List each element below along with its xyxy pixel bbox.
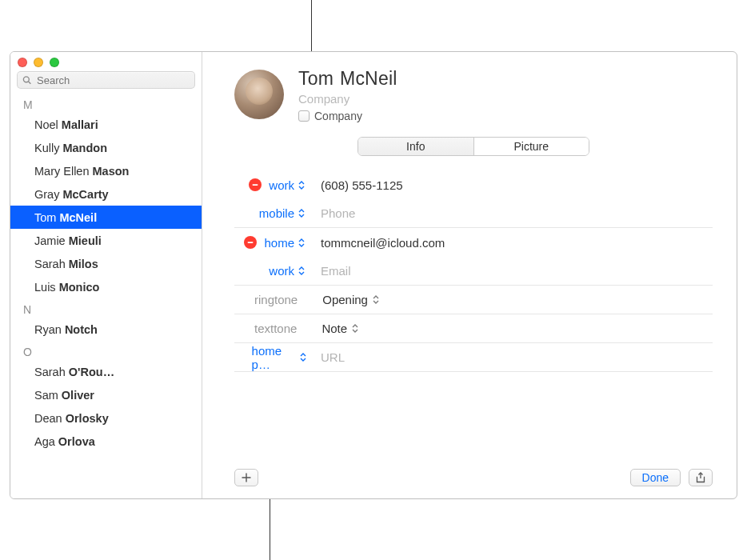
window-controls <box>18 58 59 67</box>
contact-row[interactable]: Sam Oliver <box>10 383 202 406</box>
phone-work-row[interactable]: work (608) 555-1125 <box>234 170 713 199</box>
avatar[interactable] <box>234 70 284 119</box>
contact-last: Mason <box>93 165 130 178</box>
email-work-row[interactable]: work Email <box>234 257 713 286</box>
last-name[interactable]: McNeil <box>340 68 397 89</box>
phone-work-value[interactable]: (608) 555-1125 <box>310 178 713 192</box>
first-name[interactable]: Tom <box>298 68 334 89</box>
texttone-picker[interactable] <box>352 323 360 334</box>
email-home-label[interactable]: home <box>264 236 294 250</box>
contact-last: Oliver <box>62 389 94 402</box>
index-letter: M <box>10 94 202 113</box>
email-home-value[interactable]: tommcneil@icloud.com <box>310 236 713 250</box>
contact-name[interactable]: TomMcNeil <box>298 68 397 90</box>
share-icon <box>695 472 706 483</box>
email-work-label[interactable]: work <box>269 264 294 278</box>
contact-last: O'Rou… <box>69 366 114 378</box>
contact-last: Mandon <box>62 142 107 154</box>
window-close-button[interactable] <box>18 58 27 67</box>
phone-mobile-row[interactable]: mobile Phone <box>234 199 713 228</box>
contact-first: Kully <box>34 142 62 154</box>
contact-first: Gray <box>34 188 62 201</box>
homepage-label[interactable]: home p… <box>252 344 296 371</box>
tab-info[interactable]: Info <box>358 138 474 155</box>
contact-first: Noel <box>34 118 62 131</box>
contact-first: Sarah <box>34 258 69 270</box>
label-picker-homepage[interactable] <box>300 352 306 363</box>
phone-work-label[interactable]: work <box>269 178 294 192</box>
index-letter: O <box>10 341 202 360</box>
ringtone-label: ringtone <box>254 293 298 306</box>
window-minimize-button[interactable] <box>34 58 43 67</box>
svg-line-1 <box>29 82 31 84</box>
chevron-up-icon <box>298 181 305 185</box>
phone-mobile-label[interactable]: mobile <box>259 206 294 220</box>
ringtone-row[interactable]: ringtone Opening <box>234 286 713 314</box>
email-home-row[interactable]: home tommcneil@icloud.com <box>234 228 713 257</box>
texttone-label: texttone <box>254 322 297 335</box>
callout-line-top <box>311 0 312 53</box>
add-field-button[interactable] <box>234 469 258 486</box>
contact-first: Luis <box>34 281 59 294</box>
email-work-value[interactable]: Email <box>310 264 713 278</box>
share-button[interactable] <box>689 469 713 486</box>
company-checkbox-label: Company <box>314 110 362 122</box>
search-input[interactable] <box>35 74 190 87</box>
tab-picture[interactable]: Picture <box>474 138 589 155</box>
texttone-row[interactable]: texttone Note <box>234 314 713 343</box>
contact-row[interactable]: Luis Monico <box>10 275 202 298</box>
contact-row[interactable]: Noel Mallari <box>10 113 202 136</box>
search-field[interactable] <box>17 71 195 89</box>
contact-row[interactable]: Gray McCarty <box>10 182 202 206</box>
contact-row[interactable]: Aga Orlova <box>10 430 202 453</box>
contact-row[interactable]: Jamie Mieuli <box>10 229 202 252</box>
remove-email-home-button[interactable] <box>244 236 257 249</box>
contact-first: Sarah <box>34 366 69 378</box>
contact-last: Mieuli <box>69 234 102 247</box>
window-zoom-button[interactable] <box>50 58 59 67</box>
done-button[interactable]: Done <box>630 469 681 486</box>
texttone-value[interactable]: Note <box>310 322 713 335</box>
contact-row[interactable]: Ryan Notch <box>10 318 202 341</box>
contact-last: Milos <box>69 258 98 270</box>
label-picker-email-home[interactable] <box>298 237 306 248</box>
homepage-row[interactable]: home p… URL <box>234 343 713 372</box>
contact-first: Ryan <box>34 323 65 336</box>
contact-row[interactable]: Sarah Milos <box>10 252 202 275</box>
contact-first: Sam <box>34 389 62 402</box>
contact-last: Monico <box>59 281 100 294</box>
remove-phone-work-button[interactable] <box>249 178 262 191</box>
search-icon <box>22 75 31 85</box>
contact-first: Aga <box>34 435 58 448</box>
contact-last: Mallari <box>62 118 98 131</box>
contact-first: Tom <box>34 211 59 224</box>
bottom-toolbar: Done <box>234 457 713 498</box>
svg-rect-3 <box>248 242 254 243</box>
checkbox-icon[interactable] <box>298 110 310 122</box>
ringtone-picker[interactable] <box>373 294 381 306</box>
company-checkbox[interactable]: Company <box>298 110 397 122</box>
contact-row[interactable]: Tom McNeil <box>10 206 202 229</box>
label-picker-phone-work[interactable] <box>298 179 306 190</box>
contact-last: McCarty <box>62 188 108 201</box>
label-picker-phone-mobile[interactable] <box>298 208 306 219</box>
contact-last: Orlova <box>58 435 95 448</box>
chevron-down-icon <box>298 186 305 190</box>
homepage-value[interactable]: URL <box>310 350 713 364</box>
contact-row[interactable]: Dean Orlosky <box>10 406 202 430</box>
contact-last: Orlosky <box>66 412 109 425</box>
segmented-control[interactable]: Info Picture <box>358 137 589 156</box>
contact-row[interactable]: Sarah O'Rou… <box>10 360 202 383</box>
company-field[interactable]: Company <box>298 92 397 106</box>
phone-mobile-value[interactable]: Phone <box>310 206 713 220</box>
contact-first: Jamie <box>34 234 69 247</box>
contacts-window: MNoel MallariKully MandonMary Ellen Maso… <box>10 51 737 499</box>
ringtone-value[interactable]: Opening <box>311 293 713 306</box>
label-picker-email-work[interactable] <box>298 266 306 277</box>
contact-detail: TomMcNeil Company Company Info Picture <box>202 52 737 498</box>
contact-last: McNeil <box>59 211 97 224</box>
contact-row[interactable]: Mary Ellen Mason <box>10 159 202 182</box>
svg-point-0 <box>23 77 29 82</box>
contact-list: MNoel MallariKully MandonMary Ellen Maso… <box>10 94 202 453</box>
contact-row[interactable]: Kully Mandon <box>10 136 202 159</box>
